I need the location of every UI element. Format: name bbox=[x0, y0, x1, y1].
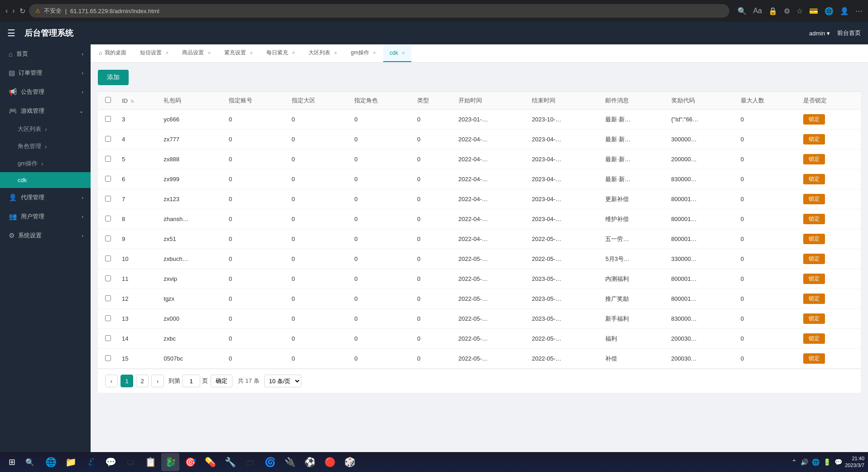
browser-security-icon[interactable]: 🔒 bbox=[768, 7, 777, 15]
prev-page-button[interactable]: ‹ bbox=[105, 375, 118, 387]
taskbar-icon-15[interactable]: 🎲 bbox=[341, 453, 359, 471]
tab-goods[interactable]: 商品设置 × bbox=[176, 45, 217, 62]
tab-regions-close[interactable]: × bbox=[334, 50, 337, 56]
row-checkbox-10[interactable] bbox=[105, 255, 111, 261]
row-checkbox-13[interactable] bbox=[105, 315, 111, 321]
sidebar-item-regions[interactable]: 大区列表 › bbox=[0, 120, 91, 138]
row-checkbox-4[interactable] bbox=[105, 136, 111, 142]
row-checkbox-11[interactable] bbox=[105, 275, 111, 281]
taskbar-icon-wechat[interactable]: 💬 bbox=[101, 453, 120, 471]
lock-button-3[interactable]: 锁定 bbox=[803, 114, 825, 125]
tab-daily[interactable]: 每日紧充 × bbox=[260, 45, 301, 62]
tab-sms-close[interactable]: × bbox=[165, 50, 169, 56]
lock-button-8[interactable]: 锁定 bbox=[803, 214, 825, 224]
row-checkbox-3[interactable] bbox=[105, 116, 111, 122]
sidebar-item-agents[interactable]: 👤 代理管理 › bbox=[0, 188, 91, 207]
page-2-button[interactable]: 2 bbox=[136, 375, 149, 387]
taskbar-icon-14[interactable]: 🔴 bbox=[321, 453, 339, 471]
taskbar-icon-9[interactable]: 🔧 bbox=[221, 453, 239, 471]
tab-recharge[interactable]: 紧充设置 × bbox=[218, 45, 259, 62]
menu-toggle-button[interactable]: ☰ bbox=[7, 28, 15, 39]
row-checkbox-6[interactable] bbox=[105, 176, 111, 182]
tab-cdk-close[interactable]: × bbox=[402, 50, 405, 56]
tray-battery-icon[interactable]: 🔋 bbox=[823, 458, 831, 466]
tab-gmop[interactable]: gm操作 × bbox=[344, 45, 382, 62]
tray-arrow-icon[interactable]: ⌃ bbox=[791, 458, 797, 466]
select-all-checkbox[interactable] bbox=[105, 97, 111, 103]
taskbar-icon-6[interactable]: 🐉 bbox=[161, 453, 179, 471]
start-button[interactable]: ⊞ bbox=[4, 454, 20, 470]
row-checkbox-5[interactable] bbox=[105, 156, 111, 162]
lock-button-5[interactable]: 锁定 bbox=[803, 154, 825, 164]
lock-button-12[interactable]: 锁定 bbox=[803, 294, 825, 304]
lock-button-15[interactable]: 锁定 bbox=[803, 353, 825, 364]
nav-forward-icon[interactable]: › bbox=[12, 7, 14, 15]
next-page-button[interactable]: › bbox=[151, 375, 164, 387]
tab-home[interactable]: ⌂ 我的桌面 bbox=[92, 45, 133, 62]
taskbar-icon-5[interactable]: 📋 bbox=[141, 453, 159, 471]
page-1-button[interactable]: 1 bbox=[121, 375, 133, 387]
tab-recharge-close[interactable]: × bbox=[250, 50, 253, 56]
taskbar-icon-12[interactable]: 🔌 bbox=[281, 453, 299, 471]
taskbar-icon-8[interactable]: 💊 bbox=[201, 453, 219, 471]
taskbar-icon-11[interactable]: 🌀 bbox=[261, 453, 279, 471]
taskbar-icon-13[interactable]: ⚽ bbox=[301, 453, 319, 471]
browser-right-icons[interactable]: 🔍 Aa 🔒 ⚙ ☆ 💳 🌐 👤 ⋯ bbox=[738, 7, 863, 15]
front-page-button[interactable]: 前台首页 bbox=[837, 29, 861, 37]
lock-button-10[interactable]: 锁定 bbox=[803, 254, 825, 264]
nav-back-icon[interactable]: ‹ bbox=[5, 7, 8, 15]
tab-gmop-close[interactable]: × bbox=[373, 50, 376, 56]
tab-daily-close[interactable]: × bbox=[292, 50, 295, 56]
tab-regions[interactable]: 大区列表 × bbox=[302, 45, 343, 62]
browser-nav[interactable]: ‹ › ↻ bbox=[5, 7, 25, 15]
sidebar-item-users[interactable]: 👥 用户管理 › bbox=[0, 207, 91, 226]
goto-confirm-button[interactable]: 确定 bbox=[211, 375, 232, 387]
browser-wallet-icon[interactable]: 💳 bbox=[809, 7, 818, 15]
row-checkbox-15[interactable] bbox=[105, 355, 111, 361]
browser-search-icon[interactable]: 🔍 bbox=[738, 7, 747, 15]
browser-profile-icon[interactable]: 👤 bbox=[840, 7, 849, 15]
row-checkbox-7[interactable] bbox=[105, 196, 111, 202]
address-bar[interactable]: ⚠ 不安全 | 61.171.65.229:8/admin/Index.html bbox=[29, 4, 730, 18]
tab-sms[interactable]: 短信设置 × bbox=[134, 45, 175, 62]
lock-button-9[interactable]: 锁定 bbox=[803, 234, 825, 244]
taskbar-search-button[interactable]: 🔍 bbox=[22, 454, 38, 470]
browser-more-icon[interactable]: ⋯ bbox=[855, 7, 863, 15]
tray-volume-icon[interactable]: 🔊 bbox=[800, 458, 808, 466]
taskbar-icon-4[interactable]: 🗂 bbox=[121, 453, 140, 471]
browser-read-icon[interactable]: Aa bbox=[753, 7, 762, 15]
add-cdk-button[interactable]: 添加 bbox=[98, 70, 129, 85]
sidebar-item-settings[interactable]: ⚙ 系统设置 › bbox=[0, 226, 91, 245]
sidebar-item-games[interactable]: 🎮 游戏管理 ⌄ bbox=[0, 101, 91, 120]
row-checkbox-9[interactable] bbox=[105, 236, 111, 241]
sidebar-item-cdk[interactable]: cdk bbox=[0, 172, 91, 188]
taskbar-time-display[interactable]: 21:40 2023/3/7 bbox=[845, 455, 864, 469]
browser-edge-icon[interactable]: 🌐 bbox=[825, 7, 834, 15]
tab-goods-close[interactable]: × bbox=[207, 50, 211, 56]
sidebar-item-orders[interactable]: ▤ 订单管理 › bbox=[0, 63, 91, 82]
goto-input[interactable] bbox=[182, 375, 200, 387]
browser-favorite-icon[interactable]: ☆ bbox=[796, 7, 803, 15]
page-size-select[interactable]: 10 条/页 20 条/页 50 条/页 bbox=[264, 375, 301, 387]
sort-icon[interactable]: ⇅ bbox=[130, 99, 134, 104]
row-checkbox-8[interactable] bbox=[105, 216, 111, 222]
taskbar-icon-2[interactable]: 📁 bbox=[62, 453, 80, 471]
lock-button-4[interactable]: 锁定 bbox=[803, 134, 825, 144]
row-checkbox-12[interactable] bbox=[105, 295, 111, 301]
tab-cdk[interactable]: cdk × bbox=[383, 45, 411, 62]
taskbar-icon-edge[interactable]: 𝓔 bbox=[82, 453, 100, 471]
row-checkbox-14[interactable] bbox=[105, 335, 111, 341]
lock-button-13[interactable]: 锁定 bbox=[803, 313, 825, 324]
sidebar-item-roles[interactable]: 角色管理 › bbox=[0, 138, 91, 155]
sidebar-item-home[interactable]: ⌂ 首页 › bbox=[0, 44, 91, 63]
sidebar-item-gm[interactable]: gm操作 › bbox=[0, 155, 91, 172]
lock-button-11[interactable]: 锁定 bbox=[803, 274, 825, 284]
browser-settings-icon[interactable]: ⚙ bbox=[784, 7, 790, 15]
tray-network-icon[interactable]: 🌐 bbox=[812, 458, 820, 466]
lock-button-7[interactable]: 锁定 bbox=[803, 194, 825, 204]
taskbar-icon-7[interactable]: 🎯 bbox=[181, 453, 199, 471]
lock-button-6[interactable]: 锁定 bbox=[803, 174, 825, 184]
nav-refresh-icon[interactable]: ↻ bbox=[19, 7, 25, 15]
sidebar-item-announcements[interactable]: 📢 公告管理 › bbox=[0, 82, 91, 101]
admin-user-button[interactable]: admin ▾ bbox=[809, 30, 830, 37]
